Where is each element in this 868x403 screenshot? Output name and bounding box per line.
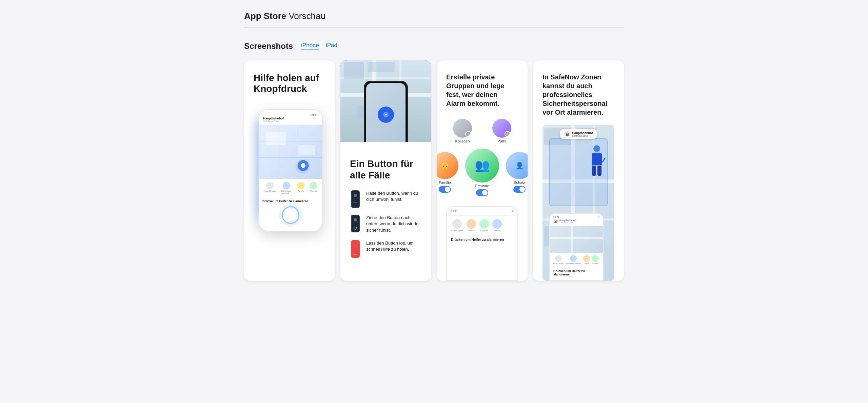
groups-middle: 👴 Familie 👥 Freund [437,149,528,196]
screenshot-card-3: Erstelle private Gruppen und lege fest, … [437,60,528,281]
toggle-familie[interactable] [439,186,451,193]
card2-content: Ein Button für alle Fälle Halte den Butt… [340,142,431,267]
card1-mockup: Gedrückt lassen um Alarm auszulösen 09:4… [254,102,326,271]
phone-location: Hauptbahnhof [263,117,318,120]
card3-phone-cta: Drücken um Helfer zu alarmieren [447,235,517,244]
phone-map [259,125,322,179]
section-title: Screenshots [244,41,293,51]
party-label: Party [497,139,506,143]
header-title: App Store Vorschau [244,11,326,21]
instruction-text-2: Ziehe den Button nach unten, wenn du dic… [366,215,422,233]
instruction-2: Ziehe den Button nach unten, wenn du dic… [350,215,422,233]
card2-top-image [340,60,431,142]
groups-visual: ✏️ Kollegen ✏️ Party [446,119,518,199]
freunde-label: Freunde [475,184,489,188]
phone-time: 09:41 [263,113,318,117]
phone-location-sub: SafeNow Zone [263,120,318,122]
device-tabs: iPhone iPad [301,42,337,50]
group-node-freunde-center: 👥 Freunde [465,149,499,196]
toggle-freunde[interactable] [476,189,488,196]
kollegen-label: Kollegen [455,139,470,143]
instruction-icon-2 [350,215,361,232]
instruction-list: Halte den Button, wenn du dich unwohl fü… [350,190,422,258]
phone-groups: Neue Gruppe Sicherheits-personal Familie [259,179,322,197]
card4-phone-map-mini [550,226,603,253]
tab-iphone[interactable]: iPhone [301,42,319,50]
instruction-icon-3 [350,240,361,258]
section-header: Screenshots iPhone iPad [244,41,624,51]
instruction-1: Halte den Button, wenn du dich unwohl fü… [350,190,422,208]
safenow-icon [382,111,389,118]
group-family: Familie [297,182,304,194]
group-security: Sicherheits-personal [281,182,292,194]
instruction-text-3: Lass den Button los, um schnell Hilfe zu… [366,240,422,252]
card2-phone-screen [366,83,406,142]
card2-headline: Ein Button für alle Fälle [350,158,422,181]
schatz-label: Schatz [514,180,525,185]
card4-headline: In SafeNow Zonen kannst du auch professi… [542,73,614,117]
card1-phone-front: 09:41 Hauptbahnhof SafeNow Zone [258,109,323,231]
phone-cta: Drücke um Helfer zu alarmieren [259,197,322,203]
safenow-badge: 🚂 Hauptbahnhof SafeNow Zone [560,129,597,139]
groups-top-row: ✏️ Kollegen ✏️ Party [453,119,511,143]
group-node-schatz: 👤 Schatz [506,152,528,193]
screenshots-section: Screenshots iPhone iPad Hilfe holen auf … [244,28,624,294]
phone-alarm [259,203,322,227]
instruction-text-1: Halte den Button, wenn du dich unwohl fü… [366,190,422,203]
group-neue: Neue Gruppe [264,182,276,194]
card4-phone: 09:41 ≡ 🚂 Hauptbahnhof SafeNow Zone [549,213,604,281]
map-location-dot [298,160,309,171]
card3-headline: Erstelle private Gruppen und lege fest, … [446,73,518,108]
alarm-circle [282,206,299,224]
group-node-kollegen: ✏️ Kollegen [453,119,472,143]
card2-phone-frame [364,81,408,142]
familie-label: Familie [439,180,451,185]
train-icon: 🚂 [564,131,570,137]
screenshot-card-2: Ein Button für alle Fälle Halte den Butt… [340,60,431,281]
tab-ipad[interactable]: iPad [326,42,337,50]
group-friends: Freunde [310,182,317,194]
group-node-familie: 👴 Familie [437,152,458,193]
card4-visual: 🚂 Hauptbahnhof SafeNow Zone [542,125,614,281]
card2-safenow-button [378,107,394,123]
app-store-header: App Store Vorschau [244,0,624,28]
card3-phone-groups: Neue Gruppe Familie Freunde Schatz [447,216,517,235]
screenshots-grid: Hilfe holen auf Knopfdruck Gedrückt lass… [244,60,624,281]
toggle-schatz[interactable] [513,186,526,193]
card3-phone: 09:41 ≡ Neue Gruppe Familie [446,206,518,281]
card1-headline: Hilfe holen auf Knopfdruck [254,73,326,94]
instruction-3: Lass den Button los, um schnell Hilfe zu… [350,240,422,258]
security-person [589,145,604,176]
instruction-icon-1 [350,190,361,208]
screenshot-card-1: Hilfe holen auf Knopfdruck Gedrückt lass… [244,60,335,281]
screenshot-card-4: In SafeNow Zonen kannst du auch professi… [533,60,624,281]
card4-phone-cta: Drücken um Helfer zu alarmieren [550,267,603,279]
group-node-party: ✏️ Party [492,119,511,143]
